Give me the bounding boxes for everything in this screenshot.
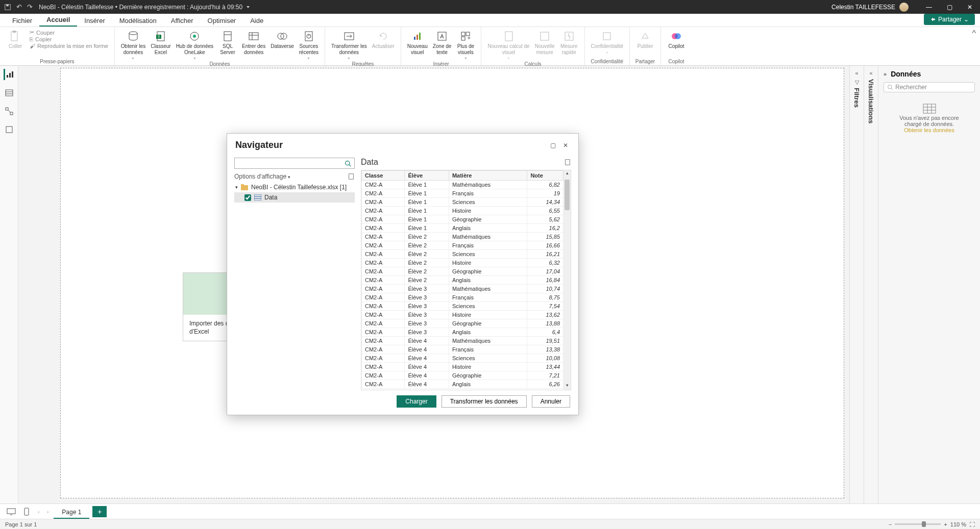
dialog-maximize-icon[interactable]: ▢ (550, 142, 556, 149)
desktop-layout-icon[interactable] (5, 506, 17, 518)
zoom-in-icon[interactable]: + (944, 521, 947, 527)
page-tab-1[interactable]: Page 1 (54, 505, 89, 519)
svg-point-9 (193, 35, 196, 38)
zoom-out-icon[interactable]: − (889, 521, 892, 527)
svg-rect-39 (6, 90, 13, 96)
cancel-button[interactable]: Annuler (532, 395, 570, 408)
minimize-button[interactable]: — (919, 0, 939, 14)
ribbon-collapse-icon[interactable]: ^ (968, 27, 980, 65)
more-visuals-button[interactable]: +Plus de visuels⌄ (454, 29, 477, 61)
expand-filters-icon[interactable]: « (855, 70, 858, 76)
svg-rect-30 (505, 32, 512, 41)
report-view-icon[interactable] (4, 69, 15, 80)
svg-rect-21 (414, 37, 415, 40)
svg-rect-31 (541, 32, 549, 40)
maximize-button[interactable]: ▢ (939, 0, 960, 14)
navigator-dialog: Navigateur ▢ ✕ Options d'affichage ▾ ▾ (227, 133, 579, 415)
user-account[interactable]: Celestin TAILLEFESSE (831, 3, 909, 12)
publish-button[interactable]: Publier (634, 29, 656, 51)
table-row: CM2-AÉlève 3Mathématiques10,74 (362, 285, 564, 293)
svg-line-47 (349, 164, 351, 166)
transform-data-button[interactable]: Transformer les données⌄ (329, 29, 369, 61)
refresh-button[interactable]: Actualiser (370, 29, 397, 51)
save-icon[interactable] (4, 4, 11, 11)
undo-icon[interactable]: ↶ (16, 3, 22, 11)
navigator-search[interactable] (234, 158, 355, 169)
tab-inserer[interactable]: Insérer (77, 15, 112, 27)
refresh-preview-icon[interactable] (348, 173, 355, 180)
tab-aide[interactable]: Aide (243, 15, 271, 27)
scroll-up-icon[interactable]: ▴ (564, 170, 571, 178)
prev-page-icon[interactable]: ‹ (36, 509, 42, 515)
enter-data-button[interactable]: Entrer des données (240, 29, 267, 56)
next-page-icon[interactable]: › (45, 509, 51, 515)
load-button[interactable]: Charger (397, 395, 436, 408)
add-page-button[interactable]: + (92, 506, 107, 517)
svg-point-55 (888, 85, 892, 89)
svg-rect-38 (12, 71, 13, 78)
paste-button[interactable]: Coller (4, 29, 27, 51)
expand-visualisations-icon[interactable]: « (869, 70, 872, 76)
new-visual-button[interactable]: Nouveau visuel (405, 29, 430, 56)
fit-page-icon[interactable]: ⛶ (969, 521, 975, 527)
svg-rect-54 (566, 160, 570, 165)
group-share: Partager (635, 58, 655, 65)
dialog-close-icon[interactable]: ✕ (563, 142, 568, 149)
data-search[interactable]: Rechercher (884, 82, 975, 92)
close-button[interactable]: ✕ (960, 0, 980, 14)
zoom-slider[interactable] (895, 523, 941, 525)
cut-button[interactable]: ✂Couper (28, 29, 110, 36)
svg-rect-57 (923, 104, 936, 113)
preview-options-icon[interactable] (564, 159, 571, 166)
transform-button[interactable]: Transformer les données (442, 395, 527, 408)
svg-rect-37 (9, 73, 11, 78)
share-button[interactable]: Partager ⌄ (924, 14, 975, 25)
tab-modelisation[interactable]: Modélisation (112, 15, 164, 27)
sql-server-button[interactable]: SQL Server (216, 29, 239, 56)
new-visual-calc-button[interactable]: Nouveau calcul de visuel⌄ (485, 29, 531, 61)
visualisations-pane-collapsed[interactable]: « Visualisations (864, 66, 878, 503)
group-clipboard: Presse-papiers (40, 58, 74, 65)
dialog-title: Navigateur (235, 140, 550, 150)
copy-button[interactable]: ⎘Copier (28, 36, 110, 42)
tab-accueil[interactable]: Accueil (39, 14, 77, 27)
scroll-thumb[interactable] (565, 180, 570, 210)
table-row: CM2-AÉlève 1Histoire6,55 (362, 207, 564, 215)
model-view-icon[interactable] (4, 106, 15, 117)
data-pane-title: Données (891, 70, 975, 78)
recent-sources-button[interactable]: Sources récentes⌄ (297, 29, 321, 61)
tree-table-node[interactable]: Data (234, 192, 355, 203)
preview-scrollbar[interactable]: ▴ ▾ (564, 170, 571, 390)
redo-icon[interactable]: ↷ (27, 3, 33, 11)
table-view-icon[interactable] (4, 87, 15, 98)
svg-rect-2 (11, 32, 17, 41)
table-row: CM2-AÉlève 4Mathématiques19,51 (362, 337, 564, 345)
new-measure-button[interactable]: Nouvelle mesure (533, 29, 557, 56)
get-data-link[interactable]: Obtenir les données (886, 127, 973, 133)
quick-measure-button[interactable]: Mesure rapide (558, 29, 580, 56)
excel-workbook-button[interactable]: XClasseur Excel (149, 29, 173, 56)
tree-file-node[interactable]: ▾ NeoBI - Célestin Taillefesse.xlsx [1] (234, 182, 355, 192)
format-painter-button[interactable]: 🖌Reproduire la mise en forme (28, 43, 110, 49)
filters-pane-collapsed[interactable]: « ▽ Filtres (849, 66, 864, 503)
mobile-layout-icon[interactable] (20, 506, 33, 518)
table-checkbox[interactable] (244, 194, 251, 201)
tab-optimiser[interactable]: Optimiser (201, 15, 243, 27)
column-header: Classe (362, 171, 405, 181)
confidentiality-button[interactable]: Confidentialité⌄ (589, 29, 625, 55)
table-row: CM2-AÉlève 2Géographie17,04 (362, 267, 564, 276)
tab-fichier[interactable]: Fichier (5, 15, 39, 27)
display-options[interactable]: Options d'affichage ▾ (234, 173, 290, 180)
dax-view-icon[interactable] (4, 124, 15, 135)
get-data-button[interactable]: Obtenir les données⌄ (119, 29, 148, 61)
text-box-button[interactable]: AZone de texte (431, 29, 454, 56)
expand-data-icon[interactable]: » (884, 71, 887, 77)
onelake-button[interactable]: Hub de données OneLake⌄ (174, 29, 215, 61)
tab-afficher[interactable]: Afficher (164, 15, 201, 27)
table-row: CM2-AÉlève 2Français16,66 (362, 241, 564, 250)
copilot-button[interactable]: Copilot (665, 29, 688, 51)
svg-rect-23 (419, 33, 421, 40)
dataverse-button[interactable]: Dataverse (268, 29, 296, 51)
document-title: NeoBI - Célestin Taillefesse • Dernière … (39, 4, 251, 11)
scroll-down-icon[interactable]: ▾ (564, 383, 571, 390)
